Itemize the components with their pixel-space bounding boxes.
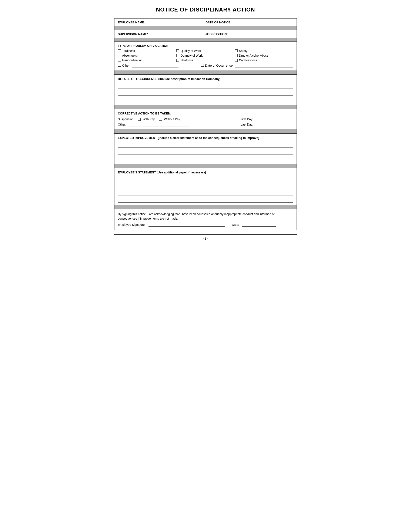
job-position-input[interactable] xyxy=(229,32,293,36)
statement-line-3 xyxy=(118,190,293,196)
statement-label: EMPLOYEE’S STATEMENT (Use additional pap… xyxy=(118,171,293,174)
checkbox-quality-box[interactable] xyxy=(176,49,179,52)
checkbox-absenteeism: Absenteeism xyxy=(118,54,176,57)
checkbox-insubordination-box[interactable] xyxy=(118,59,121,62)
date-occurrence-label: Date of Occurrence: xyxy=(205,64,234,67)
gray-bar-2 xyxy=(114,38,297,41)
gray-bar-3 xyxy=(114,70,297,74)
job-position-label: JOB POSITION: xyxy=(206,32,228,36)
date-occurrence-input[interactable] xyxy=(235,64,293,67)
checkbox-other-box[interactable] xyxy=(118,64,121,66)
page-footer: - 1 - xyxy=(114,234,297,240)
without-pay-label: Without Pay xyxy=(164,117,180,121)
employee-name-input[interactable] xyxy=(147,21,185,24)
employee-name-label: EMPLOYEE NAME: xyxy=(118,21,145,24)
page-number: - 1 - xyxy=(203,237,208,240)
checkbox-quantity-label: Quantity of Work xyxy=(181,54,203,57)
checkbox-absenteeism-box[interactable] xyxy=(118,54,121,57)
improvement-line-2 xyxy=(118,149,293,154)
details-line-3 xyxy=(118,96,293,102)
page-title: NOTICE OF DISCIPLINARY ACTION xyxy=(156,6,255,13)
checkbox-quantity-box[interactable] xyxy=(176,54,179,57)
employee-sig-label: Employee Signature: xyxy=(118,223,146,227)
other-input[interactable] xyxy=(132,64,178,67)
last-day-input[interactable] xyxy=(255,123,293,126)
checkbox-drug-alcohol-box[interactable] xyxy=(235,54,238,57)
gray-bar-4 xyxy=(114,105,297,109)
statement-line-4 xyxy=(118,197,293,203)
supervisor-name-label: SUPERVISOR NAME: xyxy=(118,32,148,36)
checkbox-without-pay-box[interactable] xyxy=(159,118,162,121)
checkbox-safety-label: Safety xyxy=(239,49,247,53)
gray-bar-6 xyxy=(114,164,297,168)
checkbox-carelessness-label: Carelessness xyxy=(239,58,257,62)
date-of-notice-input[interactable] xyxy=(233,21,293,24)
improvement-line-1 xyxy=(118,142,293,148)
checkbox-drug-alcohol: Drug or Alcohol Abuse xyxy=(235,54,293,57)
improvement-section: EXPECTED IMPROVEMENT (Include a clear st… xyxy=(114,134,297,168)
statement-line-1 xyxy=(118,176,293,182)
statement-line-2 xyxy=(118,183,293,189)
checkbox-tardiness: Tardiness xyxy=(118,49,176,53)
supervisor-name-input[interactable] xyxy=(149,32,184,36)
other-corrective-row: Other: Last Day: xyxy=(118,123,293,126)
checkbox-grid: Tardiness Quality of Work Safety Absente… xyxy=(118,49,293,62)
checkbox-neatness-label: Neatness xyxy=(181,58,193,62)
date-of-notice-label: DATE OF NOTICE: xyxy=(206,21,232,24)
checkbox-drug-alcohol-label: Drug or Alcohol Abuse xyxy=(239,54,269,57)
checkbox-insubordination: Insubordination xyxy=(118,58,176,62)
checkbox-neatness-box[interactable] xyxy=(176,59,179,62)
details-line-1 xyxy=(118,83,293,89)
checkbox-absenteeism-label: Absenteeism xyxy=(122,54,139,57)
suspension-label: Suspension: xyxy=(118,117,134,121)
gray-bar-5 xyxy=(114,129,297,133)
details-label: DETAILS OF OCCURRENCE (Include descripti… xyxy=(118,77,293,81)
supervisor-row-section: SUPERVISOR NAME: JOB POSITION: xyxy=(114,30,297,42)
gray-bar-7 xyxy=(114,205,297,209)
checkbox-safety-box[interactable] xyxy=(235,49,238,52)
checkbox-safety: Safety xyxy=(235,49,293,53)
gray-bar-1 xyxy=(114,26,297,30)
employee-sig-input[interactable] xyxy=(149,223,225,227)
other-corrective-input[interactable] xyxy=(129,123,189,126)
with-pay-label: With Pay xyxy=(143,117,155,121)
improvement-label: EXPECTED IMPROVEMENT (Include a clear st… xyxy=(118,136,293,140)
checkbox-tardiness-box[interactable] xyxy=(118,49,121,52)
improvement-line-3 xyxy=(118,155,293,161)
checkbox-date-occurrence-box[interactable] xyxy=(201,64,204,66)
date-sig-label: Date: xyxy=(232,223,239,227)
date-sig-input[interactable] xyxy=(242,223,276,227)
last-day-label: Last Day: xyxy=(241,123,253,126)
problem-title: TYPE OF PROBLEM OR VIOLATION: xyxy=(118,44,293,48)
corrective-title: CORRECTIVE ACTION TO BE TAKEN: xyxy=(118,112,293,115)
checkbox-tardiness-label: Tardiness xyxy=(122,49,135,53)
checkbox-with-pay-box[interactable] xyxy=(138,118,141,121)
checkbox-quality: Quality of Work xyxy=(176,49,235,53)
employee-row-section: EMPLOYEE NAME: DATE OF NOTICE: xyxy=(114,19,297,30)
details-section: DETAILS OF OCCURRENCE (Include descripti… xyxy=(114,75,297,109)
signature-text: By signing this notice, I am acknowledgi… xyxy=(118,212,293,221)
details-line-2 xyxy=(118,90,293,95)
checkbox-quality-label: Quality of Work xyxy=(181,49,201,53)
other-label: Other: xyxy=(122,64,131,67)
problem-section: TYPE OF PROBLEM OR VIOLATION: Tardiness … xyxy=(114,42,297,75)
suspension-row: Suspension: With Pay Without Pay First D… xyxy=(118,117,293,121)
statement-section: EMPLOYEE’S STATEMENT (Use additional pap… xyxy=(114,168,297,209)
checkbox-neatness: Neatness xyxy=(176,58,235,62)
other-corrective-label: Other: xyxy=(118,123,126,126)
first-day-input[interactable] xyxy=(255,117,293,121)
sig-row: Employee Signature: Date: xyxy=(118,223,293,227)
signature-section: By signing this notice, I am acknowledgi… xyxy=(114,209,297,230)
checkbox-carelessness: Carelessness xyxy=(235,58,293,62)
checkbox-quantity: Quantity of Work xyxy=(176,54,235,57)
form-container: EMPLOYEE NAME: DATE OF NOTICE: SUPERVISO… xyxy=(114,18,297,230)
first-day-label: First Day: xyxy=(240,117,253,121)
checkbox-carelessness-box[interactable] xyxy=(235,59,238,62)
corrective-section: CORRECTIVE ACTION TO BE TAKEN: Suspensio… xyxy=(114,109,297,134)
checkbox-insubordination-label: Insubordination xyxy=(122,58,142,62)
